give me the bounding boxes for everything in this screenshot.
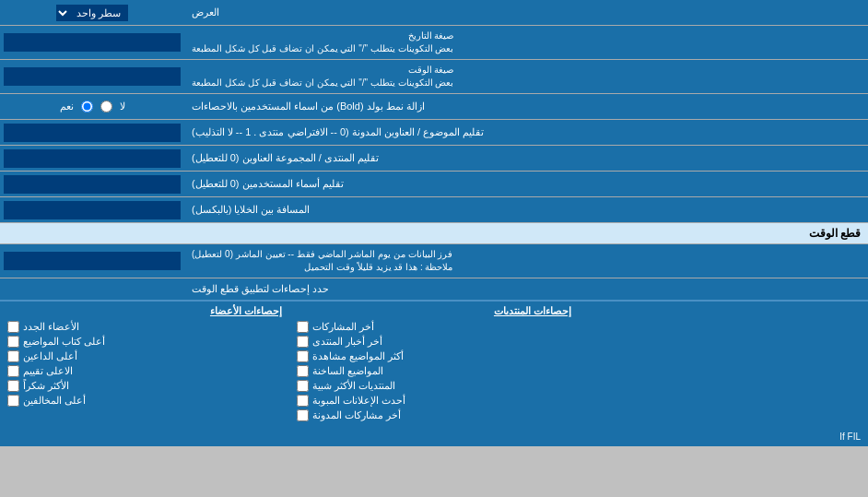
cutoff-input-cell[interactable]: 0 [0, 244, 184, 278]
define-stats-label: حدد إحصاءات لتطبيق قطع الوقت [184, 278, 868, 300]
cutoff-input[interactable]: 0 [4, 252, 181, 270]
cb-member-1-label: الأعضاء الجدد [23, 321, 79, 333]
username-trim-row: تقليم أسماء المستخدمين (0 للتعطيل) 0 [0, 172, 868, 197]
cb-forum-1[interactable]: أخر المشاركات [297, 321, 571, 333]
cb-member-5-input[interactable] [7, 380, 19, 392]
cb-forum-5-label: المنتديات الأكثر شبية [312, 380, 395, 392]
cb-member-2-input[interactable] [7, 336, 19, 348]
cell-spacing-label: المسافة بين الخلايا (بالبكسل) [184, 197, 868, 222]
cb-member-6-label: أعلى المخالفين [23, 395, 86, 407]
member-stats-col: إحصاءات الأعضاء الأعضاء الجدد أعلى كتاب … [0, 302, 289, 428]
bold-remove-radio-cell[interactable]: لا نعم [0, 94, 184, 119]
forum-title-row: تقليم المنتدى / المجموعة العناوين (0 للت… [0, 146, 868, 172]
cb-forum-2-label: أخر أخبار المنتدى [312, 336, 382, 348]
topic-title-input[interactable]: 33 [4, 124, 181, 142]
cb-member-1-input[interactable] [7, 321, 19, 333]
cb-forum-2-input[interactable] [297, 336, 309, 348]
cutoff-row: فرز البيانات من يوم الماشر الماضي فقط --… [0, 244, 868, 278]
empty-col [579, 302, 868, 428]
cutoff-section-header: قطع الوقت [0, 223, 868, 244]
bottom-bar: If FIL [0, 428, 868, 446]
cb-forum-7[interactable]: أخر مشاركات المدونة [297, 409, 571, 421]
cb-forum-1-label: أخر المشاركات [312, 321, 374, 333]
cb-forum-6-input[interactable] [297, 395, 309, 407]
bold-remove-label: ازالة نمط بولد (Bold) من اسماء المستخدمي… [184, 94, 868, 119]
topic-title-label: تقليم الموضوع / العناوين المدونة (0 -- ا… [184, 120, 868, 145]
radio-label-no: لا [120, 101, 125, 112]
define-stats-row: حدد إحصاءات لتطبيق قطع الوقت [0, 278, 868, 301]
username-trim-input-cell[interactable]: 0 [0, 172, 184, 196]
cb-member-4-input[interactable] [7, 365, 19, 377]
cb-member-2[interactable]: أعلى كتاب المواضيع [7, 336, 282, 348]
cb-member-6-input[interactable] [7, 395, 19, 407]
forum-title-input-cell[interactable]: 33 [0, 146, 184, 171]
cb-forum-6[interactable]: أحدث الإعلانات المبوبة [297, 395, 571, 407]
cb-member-5-label: الأكثر شكراً [23, 380, 69, 392]
time-format-input[interactable]: H:i [4, 67, 181, 86]
cb-forum-4-label: المواضيع الساخنة [312, 365, 383, 377]
time-format-label: صيغة الوقت بعض التكوينات يتطلب "/" التي … [184, 60, 868, 93]
cell-spacing-input[interactable]: 2 [4, 201, 181, 219]
member-stats-header: إحصاءات الأعضاء [7, 305, 282, 317]
cb-forum-6-label: أحدث الإعلانات المبوبة [312, 395, 405, 407]
cb-member-6[interactable]: أعلى المخالفين [7, 395, 282, 407]
bottom-text: If FIL [839, 432, 861, 442]
forum-title-label: تقليم المنتدى / المجموعة العناوين (0 للت… [184, 146, 868, 171]
bold-remove-row: ازالة نمط بولد (Bold) من اسماء المستخدمي… [0, 94, 868, 120]
cb-forum-5-input[interactable] [297, 380, 309, 392]
cb-member-3[interactable]: أعلى الداعين [7, 350, 282, 362]
display-select-cell[interactable]: سطر واحدسطرينثلاثة أسطر [0, 0, 184, 25]
username-trim-label: تقليم أسماء المستخدمين (0 للتعطيل) [184, 172, 868, 196]
display-row: العرض سطر واحدسطرينثلاثة أسطر [0, 0, 868, 26]
cb-forum-3-label: أكثر المواضيع مشاهدة [312, 350, 404, 362]
date-format-label: صيغة التاريخ بعض التكوينات يتطلب "/" الت… [184, 26, 868, 59]
username-trim-input[interactable]: 0 [4, 175, 181, 194]
cb-forum-1-input[interactable] [297, 321, 309, 333]
cb-forum-3[interactable]: أكثر المواضيع مشاهدة [297, 350, 571, 362]
forum-stats-header: إحصاءات المنتديات [297, 305, 571, 317]
cb-member-4-label: الاعلى تقييم [23, 365, 73, 377]
main-container: العرض سطر واحدسطرينثلاثة أسطر صيغة التار… [0, 0, 868, 446]
forum-stats-col: إحصاءات المنتديات أخر المشاركات أخر أخبا… [289, 302, 579, 428]
topic-title-row: تقليم الموضوع / العناوين المدونة (0 -- ا… [0, 120, 868, 146]
cb-member-3-input[interactable] [7, 350, 19, 362]
topic-title-input-cell[interactable]: 33 [0, 120, 184, 145]
cb-member-3-label: أعلى الداعين [23, 350, 77, 362]
cb-forum-2[interactable]: أخر أخبار المنتدى [297, 336, 571, 348]
cb-forum-5[interactable]: المنتديات الأكثر شبية [297, 380, 571, 392]
display-label: العرض [184, 0, 868, 25]
cell-spacing-input-cell[interactable]: 2 [0, 197, 184, 222]
cutoff-label: فرز البيانات من يوم الماشر الماضي فقط --… [184, 244, 868, 278]
date-format-input[interactable]: d-m [4, 33, 181, 52]
radio-yes[interactable] [81, 101, 93, 112]
cell-spacing-row: المسافة بين الخلايا (بالبكسل) 2 [0, 197, 868, 223]
cb-forum-4[interactable]: المواضيع الساخنة [297, 365, 571, 377]
time-format-input-cell[interactable]: H:i [0, 60, 184, 93]
radio-no[interactable] [100, 101, 112, 112]
cb-forum-7-label: أخر مشاركات المدونة [312, 409, 401, 421]
cb-member-5[interactable]: الأكثر شكراً [7, 380, 282, 392]
forum-title-input[interactable]: 33 [4, 149, 181, 168]
cb-member-2-label: أعلى كتاب المواضيع [23, 336, 105, 348]
cb-forum-7-input[interactable] [297, 409, 309, 421]
cb-member-4[interactable]: الاعلى تقييم [7, 365, 282, 377]
date-format-input-cell[interactable]: d-m [0, 26, 184, 59]
cb-member-1[interactable]: الأعضاء الجدد [7, 321, 282, 333]
date-format-row: صيغة التاريخ بعض التكوينات يتطلب "/" الت… [0, 26, 868, 60]
radio-label-yes: نعم [60, 101, 74, 112]
cb-forum-3-input[interactable] [297, 350, 309, 362]
cb-forum-4-input[interactable] [297, 365, 309, 377]
display-select[interactable]: سطر واحدسطرينثلاثة أسطر [56, 5, 128, 21]
checkboxes-container: إحصاءات المنتديات أخر المشاركات أخر أخبا… [0, 301, 868, 428]
time-format-row: صيغة الوقت بعض التكوينات يتطلب "/" التي … [0, 60, 868, 94]
